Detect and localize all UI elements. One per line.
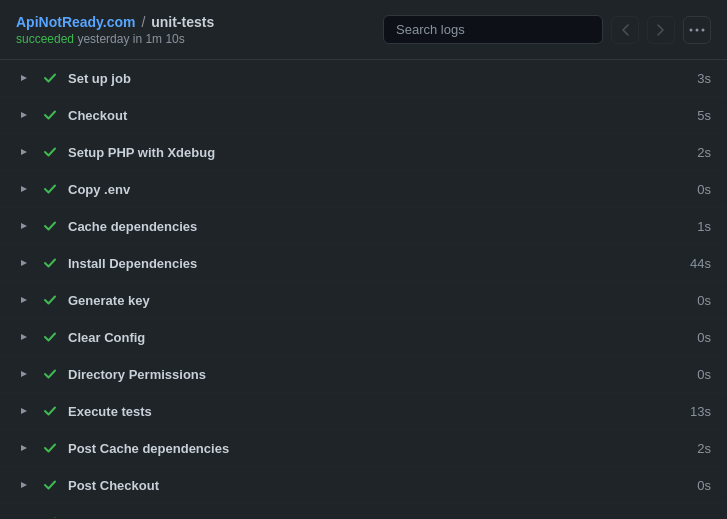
status-line: succeeded yesterday in 1m 10s — [16, 32, 214, 46]
time-ago: yesterday in — [77, 32, 145, 46]
header: ApiNotReady.com / unit-tests succeeded y… — [0, 0, 727, 60]
svg-marker-9 — [21, 297, 27, 303]
more-options-button[interactable] — [683, 16, 711, 44]
job-item[interactable]: Checkout 5s — [0, 97, 727, 134]
job-item[interactable]: Set up job 3s — [0, 60, 727, 97]
svg-marker-14 — [21, 482, 27, 488]
job-name: Cache dependencies — [68, 219, 681, 234]
workflow-name: unit-tests — [151, 14, 214, 30]
svg-marker-11 — [21, 371, 27, 377]
job-duration: 0s — [681, 367, 711, 382]
check-icon — [42, 70, 58, 86]
job-item[interactable]: Directory Permissions 0s — [0, 356, 727, 393]
job-item[interactable]: Setup PHP with Xdebug 2s — [0, 134, 727, 171]
check-icon — [42, 440, 58, 456]
check-icon — [42, 144, 58, 160]
expand-icon[interactable] — [16, 144, 32, 160]
job-name: Execute tests — [68, 404, 681, 419]
svg-marker-6 — [21, 186, 27, 192]
check-icon — [42, 366, 58, 382]
svg-marker-8 — [21, 260, 27, 266]
job-item[interactable]: Complete job 0s — [0, 504, 727, 518]
svg-point-0 — [690, 28, 693, 31]
job-duration: 0s — [681, 293, 711, 308]
expand-icon[interactable] — [16, 292, 32, 308]
search-input[interactable] — [383, 15, 603, 44]
svg-marker-7 — [21, 223, 27, 229]
job-name: Post Checkout — [68, 478, 681, 493]
job-item[interactable]: Clear Config 0s — [0, 319, 727, 356]
nav-prev-button[interactable] — [611, 16, 639, 44]
check-icon — [42, 255, 58, 271]
check-icon — [42, 514, 58, 518]
job-duration: 0s — [681, 330, 711, 345]
check-icon — [42, 477, 58, 493]
job-name: Set up job — [68, 71, 681, 86]
job-item[interactable]: Post Checkout 0s — [0, 467, 727, 504]
job-name: Directory Permissions — [68, 367, 681, 382]
check-icon — [42, 218, 58, 234]
status-text: succeeded — [16, 32, 74, 46]
job-duration: 0s — [681, 478, 711, 493]
check-icon — [42, 292, 58, 308]
expand-icon[interactable] — [16, 329, 32, 345]
svg-marker-3 — [21, 75, 27, 81]
job-name: Setup PHP with Xdebug — [68, 145, 681, 160]
check-icon — [42, 329, 58, 345]
expand-icon[interactable] — [16, 366, 32, 382]
expand-icon[interactable] — [16, 70, 32, 86]
expand-icon[interactable] — [16, 255, 32, 271]
job-duration: 2s — [681, 145, 711, 160]
job-item[interactable]: Cache dependencies 1s — [0, 208, 727, 245]
nav-next-button[interactable] — [647, 16, 675, 44]
job-list: Set up job 3s Checkout 5s Setup PH — [0, 60, 727, 518]
job-duration: 3s — [681, 71, 711, 86]
svg-marker-4 — [21, 112, 27, 118]
job-duration: 13s — [681, 404, 711, 419]
duration: 1m 10s — [145, 32, 184, 46]
job-duration: 5s — [681, 108, 711, 123]
job-name: Checkout — [68, 108, 681, 123]
check-icon — [42, 107, 58, 123]
job-duration: 1s — [681, 219, 711, 234]
svg-marker-13 — [21, 445, 27, 451]
job-item[interactable]: Execute tests 13s — [0, 393, 727, 430]
svg-marker-12 — [21, 408, 27, 414]
job-duration: 0s — [681, 515, 711, 519]
svg-point-1 — [696, 28, 699, 31]
svg-point-2 — [702, 28, 705, 31]
check-icon — [42, 181, 58, 197]
job-name: Post Cache dependencies — [68, 441, 681, 456]
job-duration: 0s — [681, 182, 711, 197]
svg-marker-10 — [21, 334, 27, 340]
job-name: Clear Config — [68, 330, 681, 345]
header-right — [383, 15, 711, 44]
separator: / — [138, 14, 150, 30]
job-duration: 2s — [681, 441, 711, 456]
job-item[interactable]: Post Cache dependencies 2s — [0, 430, 727, 467]
expand-icon[interactable] — [16, 477, 32, 493]
header-left: ApiNotReady.com / unit-tests succeeded y… — [16, 14, 214, 46]
job-item[interactable]: Generate key 0s — [0, 282, 727, 319]
breadcrumb: ApiNotReady.com / unit-tests — [16, 14, 214, 30]
expand-icon[interactable] — [16, 181, 32, 197]
job-name: Install Dependencies — [68, 256, 681, 271]
job-name: Complete job — [68, 515, 681, 519]
job-name: Copy .env — [68, 182, 681, 197]
job-item[interactable]: Install Dependencies 44s — [0, 245, 727, 282]
expand-icon[interactable] — [16, 514, 32, 518]
expand-icon[interactable] — [16, 107, 32, 123]
repo-link[interactable]: ApiNotReady.com — [16, 14, 136, 30]
check-icon — [42, 403, 58, 419]
expand-icon[interactable] — [16, 440, 32, 456]
svg-marker-5 — [21, 149, 27, 155]
job-item[interactable]: Copy .env 0s — [0, 171, 727, 208]
expand-icon[interactable] — [16, 403, 32, 419]
job-duration: 44s — [681, 256, 711, 271]
expand-icon[interactable] — [16, 218, 32, 234]
job-name: Generate key — [68, 293, 681, 308]
